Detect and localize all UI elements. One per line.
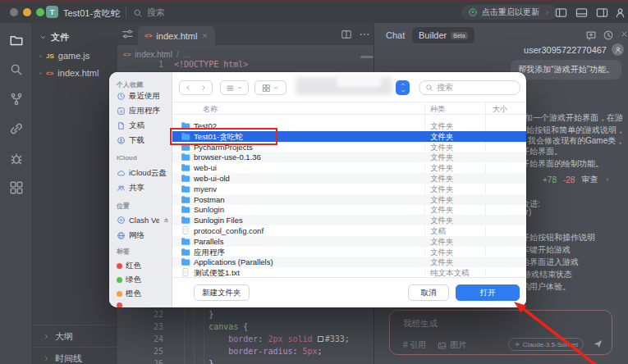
review-link[interactable]: 审查 <box>581 174 598 185</box>
file-row-web-ui[interactable]: web-ui文件夹 <box>172 162 526 173</box>
send-icon[interactable] <box>593 339 603 349</box>
path-stepper[interactable] <box>396 80 410 95</box>
activity-branch-icon[interactable] <box>9 92 24 107</box>
column-kind[interactable]: 种类 <box>430 104 445 115</box>
file-row-应用程序[interactable]: 应用程序文件夹 <box>172 247 526 257</box>
eject-icon[interactable] <box>163 216 170 224</box>
code-line-1[interactable]: 1<!DOCTYPE html> <box>117 60 374 71</box>
sidebar-item-共享[interactable]: 共享 <box>117 183 170 193</box>
code-line-22[interactable]: 22 } <box>117 310 374 321</box>
assistant-text-fragment: 开始按钮和简单的游戏说明， <box>518 125 625 136</box>
tag-dot-icon <box>117 277 122 283</box>
activity-link-icon[interactable] <box>9 121 24 136</box>
list-view-button[interactable] <box>220 80 249 95</box>
activity-searchact-icon[interactable] <box>9 62 24 77</box>
column-size[interactable]: 大小 <box>493 104 507 115</box>
chevron-down-icon[interactable] <box>113 9 121 17</box>
tab-chat[interactable]: Chat <box>386 30 405 40</box>
file-row-myenv[interactable]: myenv文件夹 <box>172 184 526 194</box>
reference-button[interactable]: # 引用 <box>403 339 426 351</box>
activity-folderact-icon[interactable] <box>9 33 24 48</box>
timeline-section[interactable]: 时间线 <box>33 347 117 364</box>
titlebar-search[interactable]: 搜索 <box>133 7 165 19</box>
sidebar-item-红色[interactable]: 红色 <box>117 261 170 271</box>
sidebar-item-最近使用[interactable]: 最近使用 <box>117 91 170 102</box>
image-button[interactable]: 图片 <box>438 339 466 351</box>
toggle-right-panel-icon[interactable] <box>596 7 608 19</box>
clock-icon <box>117 92 126 101</box>
traffic-light-minimize[interactable] <box>23 8 31 16</box>
explorer-header[interactable]: 文件 <box>39 31 69 43</box>
chevron-down-icon <box>400 88 406 94</box>
sidebar-item-文稿[interactable]: 文稿 <box>117 121 170 131</box>
file-row-Applications (Parallels)[interactable]: Applications (Parallels)文件夹 <box>172 257 526 267</box>
svg-text:A: A <box>120 109 123 114</box>
file-row-protocol_config.conf[interactable]: protocol_config.conf文稿 <box>172 225 526 236</box>
tab-builder[interactable]: Builder Beta <box>412 27 474 43</box>
tree-item-index.html[interactable]: <>index.html <box>33 65 117 81</box>
sidebar-item-应用程序[interactable]: A应用程序 <box>117 106 170 116</box>
code-line-24[interactable]: 24 border: 2px solid #333; <box>117 334 374 345</box>
app-root: T Test01-贪吃蛇 搜索 点击重启以更新 文件 JSgame.js<>in… <box>0 0 628 364</box>
back-button[interactable] <box>179 80 196 95</box>
sidebar-item-绿色[interactable]: 绿色 <box>117 275 170 285</box>
breadcrumb-separator: / <box>176 50 179 59</box>
toggle-left-panel-icon[interactable] <box>555 7 567 19</box>
account-icon[interactable] <box>614 7 626 19</box>
sidebar-item-tag[interactable] <box>117 303 170 307</box>
sidebar-group-header: 位置 <box>117 202 130 211</box>
outline-section[interactable]: 大纲 <box>33 325 117 347</box>
column-name[interactable]: 名称 <box>203 104 218 115</box>
file-name: myenv <box>194 184 217 193</box>
code-line-25[interactable]: 25 border-radius: 5px; <box>117 347 374 357</box>
tree-item-game.js[interactable]: JSgame.js <box>33 48 117 64</box>
activity-bug-icon[interactable] <box>9 151 24 166</box>
sidebar-item-label: 共享 <box>129 183 170 193</box>
new-chat-icon[interactable] <box>585 30 597 41</box>
sidebar-item-label: 红色 <box>126 261 170 271</box>
dialog-search-field[interactable]: 搜索 <box>419 80 520 95</box>
close-icon[interactable] <box>620 30 628 39</box>
file-row-Parallels[interactable]: Parallels文件夹 <box>172 236 526 247</box>
file-row-browser-use-0.1.36[interactable]: browser-use-0.1.36文件夹 <box>172 152 526 162</box>
forward-button[interactable] <box>195 80 213 95</box>
code-line-26[interactable]: 26 } <box>117 359 374 364</box>
code-text: <!DOCTYPE html> <box>174 60 248 69</box>
file-row-Sunlogin Files[interactable]: Sunlogin Files文件夹 <box>172 215 526 225</box>
project-title[interactable]: Test01-贪吃蛇 <box>63 7 120 20</box>
cancel-button[interactable]: 取消 <box>408 284 449 301</box>
traffic-light-close[interactable] <box>10 8 18 16</box>
more-actions-icon[interactable] <box>359 29 370 40</box>
html-file-icon: <> <box>144 32 152 39</box>
restart-update-button[interactable]: 点击重启以更新 <box>461 5 557 20</box>
update-label: 点击重启以更新 <box>482 7 539 18</box>
activity-grid-icon[interactable] <box>9 180 24 195</box>
scrollbar-thumb[interactable] <box>360 56 374 58</box>
sidebar-item-网络[interactable]: 网络 <box>117 230 170 241</box>
sidebar-item-橙色[interactable]: 橙色 <box>117 289 170 299</box>
split-editor-icon[interactable] <box>341 29 352 40</box>
globe-icon <box>117 231 126 240</box>
file-row-web-ui-old[interactable]: web-ui-old文件夹 <box>172 173 526 184</box>
file-row-Postman[interactable]: Postman文件夹 <box>172 194 526 205</box>
sidebar-item-iCloud云盘[interactable]: iCloud云盘 <box>117 168 170 179</box>
chat-input[interactable]: 我想生成 # 引用 图片 Claude-3.5-Sonnet <box>389 310 612 355</box>
tab-index-html[interactable]: <> index.html <box>138 26 215 45</box>
breadcrumb[interactable]: <> index.html / … <box>123 50 191 59</box>
close-icon[interactable] <box>201 32 209 39</box>
sidebar-item-下载[interactable]: 下载 <box>117 135 170 146</box>
file-row-Sunlogin[interactable]: Sunlogin文件夹 <box>172 204 526 215</box>
person-icon <box>614 46 622 54</box>
code-line-23[interactable]: 23 canvas { <box>117 322 374 333</box>
file-row-测试便签1.txt[interactable]: 测试便签1.txt纯文本文稿 <box>172 267 526 277</box>
model-selector[interactable]: Claude-3.5-Sonnet <box>508 338 584 351</box>
traffic-light-zoom[interactable] <box>36 8 44 16</box>
toggle-bottom-panel-icon[interactable] <box>575 7 588 19</box>
new-folder-button[interactable]: 新建文件夹 <box>194 284 250 301</box>
sidebar-item-Clash Ver...[interactable]: Clash Ver... <box>117 216 170 225</box>
filter-icon[interactable] <box>121 28 134 40</box>
open-button[interactable]: 打开 <box>456 284 520 301</box>
file-name: Postman <box>194 195 225 204</box>
icon-view-button[interactable] <box>254 80 286 95</box>
history-icon[interactable] <box>603 30 614 41</box>
